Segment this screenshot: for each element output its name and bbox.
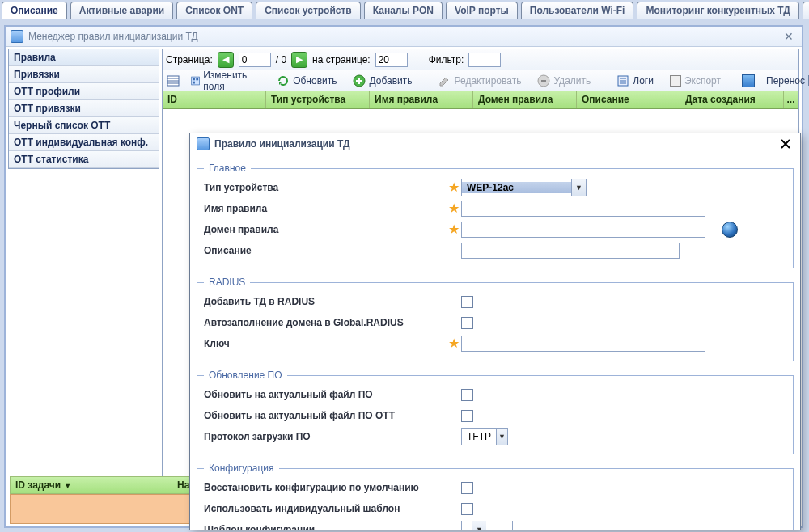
fw-update-label: Обновить на актуальный файл ПО: [204, 389, 447, 400]
toolbar: Изменить поля Обновить Добавить Редактир…: [163, 70, 798, 91]
columns-icon[interactable]: [166, 73, 180, 89]
sidebar-item-ott-stats[interactable]: OTT статистика: [9, 151, 159, 168]
group-radius-legend: RADIUS: [204, 277, 250, 288]
add-label: Добавить: [369, 75, 412, 87]
delete-button[interactable]: Удалить: [532, 72, 596, 90]
next-page-button[interactable]: ▶: [291, 52, 307, 68]
window-title: Менеджер правил инициализации ТД: [28, 31, 198, 42]
group-radius: RADIUS Добавить ТД в RADIUS ★ Автозаполн…: [197, 277, 794, 361]
svg-rect-6: [196, 78, 198, 80]
col-device-type[interactable]: Тип устройства: [266, 91, 370, 108]
edit-icon: [438, 74, 451, 87]
refresh-icon: [277, 74, 290, 87]
description-input[interactable]: [461, 243, 680, 259]
sidebar: Правила Привязки OTT профили OTT привязк…: [8, 49, 159, 169]
change-fields-label: Изменить поля: [203, 70, 251, 92]
tab-competitor-ap-monitor[interactable]: Мониторинг конкурентных ТД: [637, 2, 798, 19]
tab-description[interactable]: Описание: [2, 2, 67, 19]
add-button[interactable]: Добавить: [347, 72, 417, 90]
col-rule-name[interactable]: Имя правила: [370, 91, 473, 108]
rule-dialog: Правило инициализации ТД Главное Тип уст…: [189, 133, 801, 530]
rule-domain-label: Домен правила: [204, 224, 447, 235]
edit-button[interactable]: Редактировать: [433, 72, 527, 90]
svg-rect-7: [193, 81, 195, 83]
top-tabs: Описание Активные аварии Список ONT Спис…: [0, 0, 809, 19]
col-id[interactable]: ID: [163, 91, 266, 108]
dialog-close-button[interactable]: [777, 136, 794, 152]
svg-rect-5: [193, 78, 195, 80]
device-type-label: Тип устройства: [204, 182, 447, 193]
filter-label: Фильтр:: [429, 54, 464, 65]
perpage-label: на странице:: [312, 54, 371, 65]
fw-proto-select[interactable]: TFTP ▼: [461, 428, 508, 445]
fw-update-ott-checkbox[interactable]: [461, 410, 473, 422]
dialog-titlebar: Правило инициализации ТД: [190, 133, 800, 154]
cfg-tpl-select[interactable]: ▼: [461, 521, 513, 530]
fw-update-checkbox[interactable]: [461, 389, 473, 401]
tab-voip-ports[interactable]: VoIP порты: [446, 2, 518, 19]
window-titlebar: Менеджер правил инициализации ТД ✕: [6, 27, 802, 47]
tab-wireless[interactable]: Wireless: [803, 2, 809, 19]
col-rule-domain[interactable]: Домен правила: [473, 91, 577, 108]
fw-update-ott-label: Обновить на актуальный файл ПО OTT: [204, 410, 447, 421]
group-firmware: Обновление ПО Обновить на актуальный фай…: [197, 369, 794, 454]
rule-domain-input[interactable]: [461, 222, 705, 238]
sidebar-item-ott-profiles[interactable]: OTT профили: [9, 83, 159, 100]
sidebar-item-bindings[interactable]: Привязки: [9, 66, 159, 83]
change-fields-button[interactable]: Изменить поля: [185, 72, 256, 90]
add-radius-label: Добавить ТД в RADIUS: [204, 296, 447, 307]
filter-input[interactable]: [468, 53, 501, 67]
prev-page-button[interactable]: ◀: [218, 52, 234, 68]
auto-domain-checkbox[interactable]: [461, 317, 473, 329]
col-description[interactable]: Описание: [577, 91, 680, 108]
rule-name-input[interactable]: [461, 201, 705, 217]
dialog-body: Главное Тип устройства ★ WEP-12ac ▼ Имя …: [195, 159, 795, 530]
pager-bar: Страница: ◀ / 0 ▶ на странице: Фильтр:: [163, 49, 798, 70]
refresh-label: Обновить: [293, 75, 337, 87]
tab-ont-list[interactable]: Список ONT: [176, 2, 252, 19]
wrap-label: Перенос: [766, 75, 805, 87]
group-firmware-legend: Обновление ПО: [204, 369, 287, 381]
export-button[interactable]: Экспорт: [664, 72, 726, 90]
cfg-indiv-checkbox[interactable]: [461, 503, 473, 515]
device-type-dropdown-icon: ▼: [571, 179, 586, 196]
required-star-icon: ★: [447, 223, 461, 236]
tab-wifi-users[interactable]: Пользователи Wi-Fi: [521, 2, 634, 19]
fw-proto-dropdown-icon: ▼: [496, 429, 507, 445]
refresh-button[interactable]: Обновить: [271, 72, 342, 90]
save-icon-button[interactable]: [741, 73, 756, 89]
tab-pon-channels[interactable]: Каналы PON: [364, 2, 443, 19]
cfg-restore-checkbox[interactable]: [461, 482, 473, 494]
task-col-id[interactable]: ID задачи▼: [11, 477, 172, 493]
sort-desc-icon: ▼: [64, 482, 71, 490]
key-input[interactable]: [461, 336, 705, 352]
delete-label: Удалить: [553, 75, 591, 87]
grid-header: ID Тип устройства Имя правила Домен прав…: [163, 91, 798, 109]
perpage-input[interactable]: [375, 53, 408, 67]
cfg-indiv-label: Использовать индивидуальный шаблон: [204, 503, 447, 514]
logs-button[interactable]: Логи: [611, 72, 659, 90]
globe-icon[interactable]: [722, 222, 738, 238]
tab-active-alarms[interactable]: Активные аварии: [70, 2, 173, 19]
wrap-toggle[interactable]: Перенос: [760, 72, 809, 90]
sidebar-item-rules[interactable]: Правила: [9, 49, 159, 66]
logs-icon: [616, 74, 629, 87]
col-more[interactable]: ...: [784, 91, 798, 108]
fw-proto-label: Протокол загрузки ПО: [204, 431, 447, 442]
page-total: / 0: [276, 54, 286, 65]
sidebar-item-ott-blacklist[interactable]: Черный список OTT: [9, 117, 159, 134]
add-radius-checkbox[interactable]: [461, 296, 473, 308]
col-created[interactable]: Дата создания: [680, 91, 784, 108]
page-input[interactable]: [239, 53, 271, 67]
sidebar-item-ott-bindings[interactable]: OTT привязки: [9, 100, 159, 117]
app-icon: [11, 30, 23, 43]
group-main-legend: Главное: [204, 163, 251, 174]
key-label: Ключ: [204, 338, 447, 349]
tab-device-list[interactable]: Список устройств: [256, 2, 361, 19]
window-close-button[interactable]: ✕: [781, 30, 797, 43]
export-label: Экспорт: [684, 75, 721, 87]
sidebar-item-ott-individual-conf[interactable]: OTT индивидуальная конф.: [9, 134, 159, 151]
fw-proto-value: TFTP: [462, 431, 496, 442]
device-type-select[interactable]: WEP-12ac ▼: [461, 179, 587, 196]
add-icon: [353, 74, 366, 87]
